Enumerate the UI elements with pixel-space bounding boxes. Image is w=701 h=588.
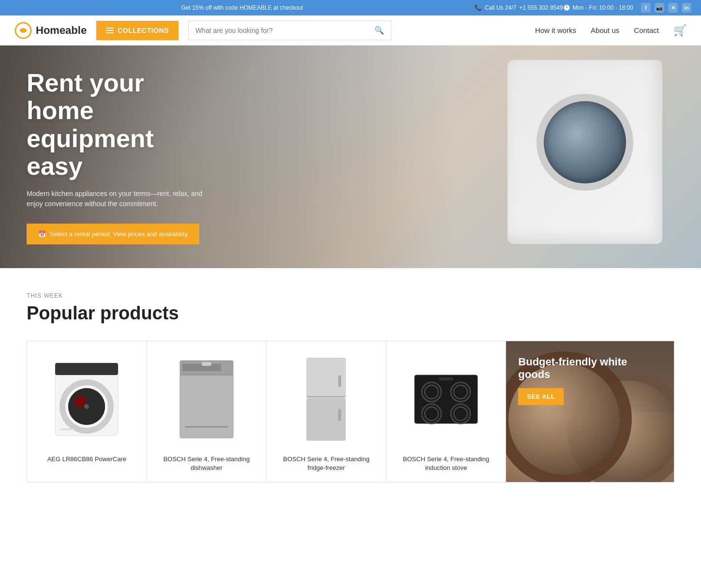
logo-icon — [15, 22, 32, 39]
product-card[interactable]: BOSCH Serie 4, Free-standing fridge-free… — [267, 341, 387, 482]
top-bar-right: 🕐 Mon - Fri: 10:00 - 18:00 f 📷 ✕ in — [563, 3, 691, 13]
product-name: BOSCH Serie 4, Free-standing induction s… — [394, 455, 499, 472]
search-bar[interactable]: 🔍 — [188, 20, 391, 40]
promo-text: Get 15% off with code HOMEABLE at checko… — [10, 4, 475, 11]
svg-rect-11 — [182, 364, 221, 371]
hero-title: Rent your home equipment easy — [27, 69, 215, 180]
section-title: Popular products — [27, 303, 674, 324]
hero-section: Rent your home equipment easy Modern kit… — [0, 45, 701, 268]
hero-content: Rent your home equipment easy Modern kit… — [0, 69, 242, 244]
product-name: AEG LR86CB86 PowerCare — [47, 455, 126, 464]
product-image — [34, 351, 139, 448]
collections-button[interactable]: COLLECTIONS — [96, 21, 179, 40]
search-input[interactable] — [195, 27, 374, 34]
products-grid: AEG LR86CB86 PowerCare BOSCH Serie 4, Fr… — [27, 341, 674, 482]
svg-rect-19 — [338, 409, 341, 421]
svg-point-7 — [84, 404, 89, 409]
phone-icon: 📞 — [475, 4, 482, 11]
see-all-button[interactable]: SEE ALL — [518, 388, 564, 405]
main-nav: How it works About us Contact 🛒 — [535, 24, 686, 37]
header: Homeable COLLECTIONS 🔍 How it works Abou… — [0, 15, 701, 45]
svg-rect-29 — [439, 377, 453, 380]
svg-rect-20 — [415, 375, 477, 423]
product-card[interactable]: BOSCH Serie 4, Free-standing dishwasher — [147, 341, 267, 482]
clock-icon: 🕐 — [563, 4, 570, 11]
product-card[interactable]: AEG LR86CB86 PowerCare — [27, 341, 147, 482]
product-card[interactable]: BOSCH Serie 4, Free-standing induction s… — [387, 341, 507, 482]
washing-machine-image — [53, 361, 120, 438]
logo[interactable]: Homeable — [15, 22, 87, 39]
about-us-link[interactable]: About us — [591, 26, 619, 34]
how-it-works-link[interactable]: How it works — [535, 26, 576, 34]
products-section: THIS WEEK Popular products AEG LR86CB86 … — [0, 268, 701, 502]
social-links: f 📷 ✕ in — [641, 3, 691, 13]
product-image — [394, 351, 499, 448]
product-image — [274, 351, 379, 448]
svg-rect-18 — [338, 375, 341, 387]
svg-rect-8 — [60, 428, 75, 430]
section-label: THIS WEEK — [27, 292, 674, 299]
linkedin-icon[interactable]: in — [682, 3, 691, 13]
hero-appliance-door — [537, 94, 633, 191]
hero-subtitle: Modern kitchen appliances on your terms—… — [27, 189, 215, 209]
product-name: BOSCH Serie 4, Free-standing fridge-free… — [274, 455, 379, 472]
product-image — [154, 351, 259, 448]
promo-title: Budget-friendly white goods — [518, 356, 662, 381]
promo-card[interactable]: Budget-friendly white goods SEE ALL — [506, 341, 674, 482]
phone-link[interactable]: +1 555 302 8549 — [519, 4, 563, 11]
calendar-icon: 📅 — [38, 230, 46, 238]
cart-icon[interactable]: 🛒 — [673, 24, 686, 37]
dishwasher-image — [178, 358, 236, 440]
phone-info: 📞 Call Us 24/7 +1 555 302 8549 — [475, 4, 563, 11]
svg-rect-2 — [55, 363, 118, 375]
induction-image — [412, 365, 480, 433]
instagram-icon[interactable]: 📷 — [655, 3, 664, 13]
contact-link[interactable]: Contact — [634, 26, 659, 34]
svg-rect-13 — [185, 426, 228, 428]
product-name: BOSCH Serie 4, Free-standing dishwasher — [154, 455, 259, 472]
hero-cta-button[interactable]: 📅 Select a rental period; View prices an… — [27, 224, 199, 244]
search-icon[interactable]: 🔍 — [374, 26, 384, 35]
fridge-image — [304, 356, 348, 443]
hero-appliance — [507, 60, 662, 244]
hours-info: 🕐 Mon - Fri: 10:00 - 18:00 — [563, 4, 633, 11]
svg-rect-14 — [202, 362, 211, 366]
facebook-icon[interactable]: f — [641, 3, 651, 13]
top-bar: Get 15% off with code HOMEABLE at checko… — [0, 0, 701, 15]
twitter-x-icon[interactable]: ✕ — [668, 3, 678, 13]
hamburger-icon — [106, 28, 114, 33]
